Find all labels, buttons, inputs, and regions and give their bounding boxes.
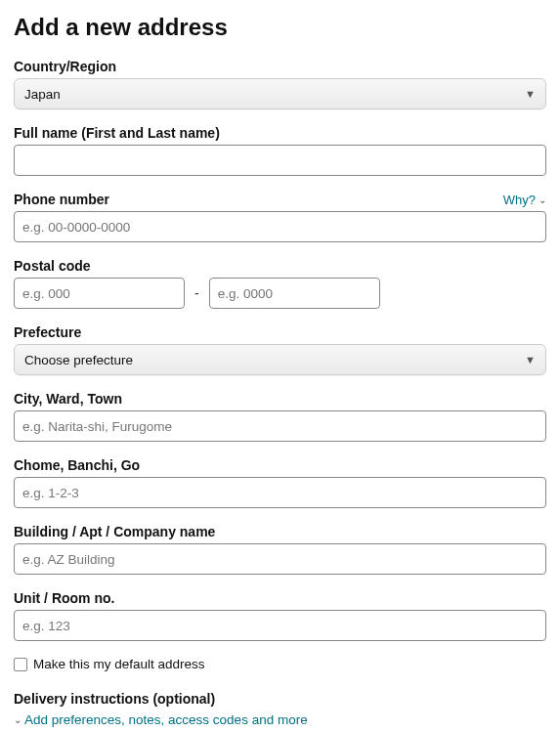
prefecture-value: Choose prefecture (24, 353, 133, 367)
chevron-down-icon: ⌄ (538, 194, 546, 205)
postal-input-1[interactable] (14, 278, 185, 309)
prefecture-select[interactable]: Choose prefecture ▼ (14, 344, 546, 375)
delivery-link-text: Add preferences, notes, access codes and… (24, 712, 308, 727)
phone-why-text: Why? (503, 193, 536, 207)
building-input[interactable] (14, 543, 546, 575)
country-label: Country/Region (14, 59, 546, 74)
prefecture-label: Prefecture (14, 324, 546, 340)
city-label: City, Ward, Town (14, 391, 546, 407)
unit-label: Unit / Room no. (14, 590, 546, 606)
postal-input-2[interactable] (209, 278, 380, 309)
phone-label: Phone number (14, 192, 109, 207)
country-select[interactable]: Japan ▼ (14, 78, 546, 109)
chevron-down-icon: ▼ (525, 354, 536, 366)
page-title: Add a new address (14, 14, 546, 41)
default-address-label: Make this my default address (33, 657, 205, 671)
country-value: Japan (24, 87, 61, 102)
postal-label: Postal code (14, 258, 546, 274)
unit-input[interactable] (14, 610, 546, 641)
phone-input[interactable] (14, 211, 546, 242)
chome-input[interactable] (14, 477, 546, 508)
fullname-input[interactable] (14, 145, 546, 176)
chevron-down-icon: ⌄ (14, 714, 22, 725)
delivery-title: Delivery instructions (optional) (14, 691, 546, 707)
city-input[interactable] (14, 410, 546, 442)
postal-dash: - (194, 285, 199, 301)
delivery-expand-link[interactable]: ⌄ Add preferences, notes, access codes a… (14, 712, 308, 727)
phone-why-link[interactable]: Why? ⌄ (503, 193, 546, 207)
building-label: Building / Apt / Company name (14, 524, 546, 539)
chevron-down-icon: ▼ (525, 88, 536, 100)
chome-label: Chome, Banchi, Go (14, 457, 546, 473)
default-address-checkbox[interactable] (14, 658, 27, 671)
fullname-label: Full name (First and Last name) (14, 125, 546, 141)
